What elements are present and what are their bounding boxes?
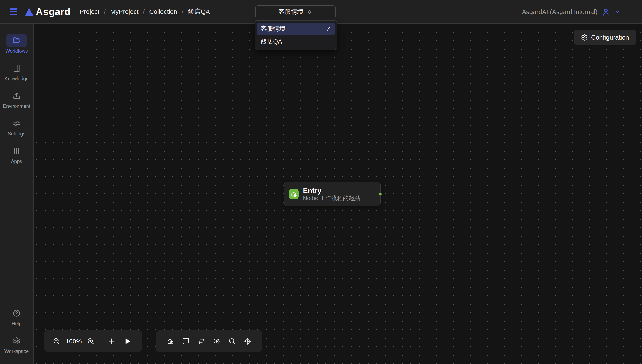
breadcrumb-project[interactable]: Project xyxy=(80,8,99,15)
sidebar-nav: Workflows Knowledge Environment xyxy=(0,24,34,364)
upload-icon xyxy=(6,89,27,102)
configuration-button[interactable]: Configuration xyxy=(574,30,636,44)
chevron-down-icon[interactable] xyxy=(614,9,621,15)
sidebar-item-label: Knowledge xyxy=(5,76,29,82)
sidebar-item-environment[interactable]: Environment xyxy=(3,89,30,109)
book-icon xyxy=(6,62,27,75)
tools-toolbar xyxy=(156,330,262,352)
sidebar-item-help[interactable]: Help xyxy=(6,307,27,326)
zoom-in-icon[interactable] xyxy=(87,338,95,345)
node-output-port[interactable] xyxy=(379,193,382,196)
gear-icon xyxy=(6,334,27,348)
breadcrumb-separator: / xyxy=(182,8,183,15)
node-subtitle: Node: 工作流程的起點 xyxy=(303,196,360,201)
hamburger-menu-icon[interactable] xyxy=(10,8,18,15)
entry-node[interactable]: Entry Node: 工作流程的起點 xyxy=(284,182,381,206)
add-node-icon[interactable] xyxy=(166,338,174,345)
app-logo[interactable]: Asgard xyxy=(25,6,71,18)
configuration-label: Configuration xyxy=(591,34,629,41)
breadcrumb: Project / MyProject / Collection / 飯店QA xyxy=(80,8,210,16)
workflow-option-selected[interactable]: 客服情境 ✓ xyxy=(257,22,335,35)
workflow-canvas[interactable]: Configuration Entry Node: 工作流程的起點 xyxy=(34,24,642,364)
account-label: AsgardAI (Asgard Internal) xyxy=(522,8,597,16)
workflow-dropdown-menu: 客服情境 ✓ 飯店QA xyxy=(255,20,337,50)
check-icon: ✓ xyxy=(326,25,331,33)
chevron-up-down-icon xyxy=(307,9,312,15)
breadcrumb-collection[interactable]: Collection xyxy=(149,8,177,15)
workflow-option-label: 客服情境 xyxy=(261,25,285,33)
gear-icon xyxy=(581,34,588,41)
account-menu[interactable]: AsgardAI (Asgard Internal) xyxy=(522,0,621,24)
comment-icon[interactable] xyxy=(182,338,190,345)
sidebar-item-workspace[interactable]: Workspace xyxy=(5,334,29,354)
zoom-toolbar: 100% xyxy=(44,330,142,352)
zoom-out-icon[interactable] xyxy=(53,338,60,345)
sidebar-item-label: Workflows xyxy=(5,48,28,54)
sidebar-item-label: Apps xyxy=(11,159,22,164)
breadcrumb-current[interactable]: 飯店QA xyxy=(188,8,210,16)
sidebar-item-knowledge[interactable]: Knowledge xyxy=(5,62,29,82)
folder-open-icon xyxy=(6,34,27,47)
workflow-option[interactable]: 飯店QA xyxy=(257,35,335,48)
workflow-select-value: 客服情境 xyxy=(279,8,303,16)
app-root: Asgard Project / MyProject / Collection … xyxy=(0,0,642,364)
workflow-select[interactable]: 客服情境 xyxy=(255,5,336,18)
person-icon[interactable] xyxy=(602,8,610,16)
workflow-option-label: 飯店QA xyxy=(261,38,282,46)
breadcrumb-myproject[interactable]: MyProject xyxy=(110,8,138,15)
sidebar-item-label: Environment xyxy=(3,104,30,109)
house-plus-icon xyxy=(289,189,299,199)
auto-layout-icon[interactable] xyxy=(213,338,220,345)
app-name: Asgard xyxy=(36,6,71,18)
toolbar-divider xyxy=(101,335,101,348)
sidebar-item-label: Workspace xyxy=(5,348,29,354)
breadcrumb-separator: / xyxy=(104,8,106,15)
breadcrumb-separator: / xyxy=(143,8,145,15)
sidebar-item-workflows[interactable]: Workflows xyxy=(5,34,28,54)
help-circle-icon xyxy=(6,307,27,320)
zoom-level: 100% xyxy=(66,338,82,345)
swap-arrows-icon[interactable] xyxy=(197,338,205,345)
triangle-logo-icon xyxy=(25,8,33,16)
sidebar-item-label: Settings xyxy=(8,131,25,137)
entry-node-texts: Entry Node: 工作流程的起點 xyxy=(303,187,360,201)
sidebar-item-settings[interactable]: Settings xyxy=(6,117,27,137)
grid-dots-icon xyxy=(6,144,27,158)
fit-view-icon[interactable] xyxy=(244,338,251,345)
plus-icon[interactable] xyxy=(108,338,115,345)
node-title: Entry xyxy=(303,187,360,194)
sidebar-item-apps[interactable]: Apps xyxy=(6,144,27,164)
sliders-icon xyxy=(6,117,27,130)
search-icon[interactable] xyxy=(228,338,236,345)
sidebar-item-label: Help xyxy=(12,321,22,326)
play-icon[interactable] xyxy=(124,338,131,345)
